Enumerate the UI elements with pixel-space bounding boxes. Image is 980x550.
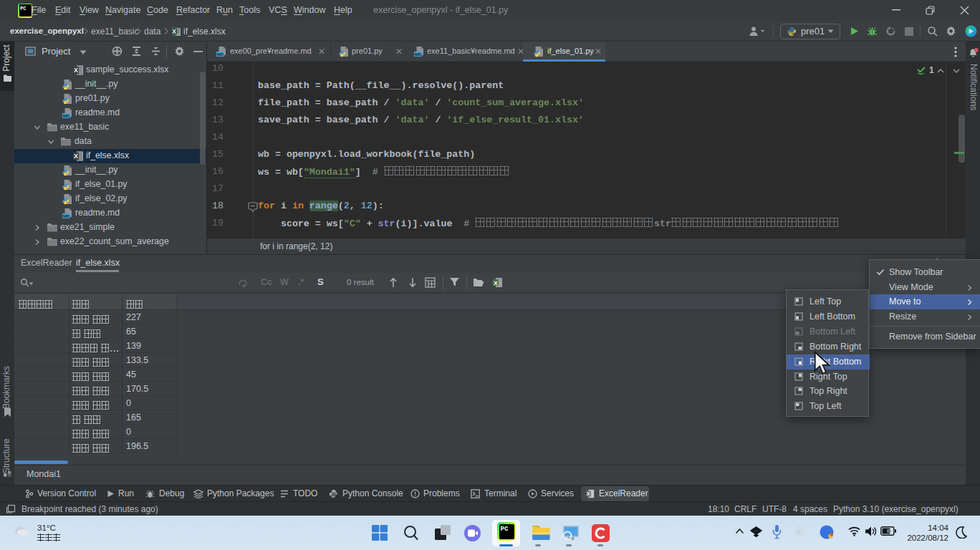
svg-text:X: X [587, 491, 590, 496]
svg-text:X: X [494, 280, 498, 286]
svg-text:X: X [172, 28, 176, 35]
